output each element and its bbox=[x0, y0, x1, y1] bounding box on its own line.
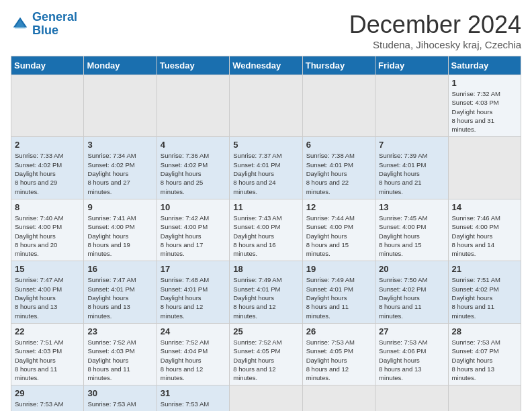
table-row bbox=[302, 385, 375, 411]
col-thursday: Thursday bbox=[302, 56, 375, 75]
day-info: Sunrise: 7:43 AMSunset: 4:00 PMDaylight … bbox=[233, 214, 298, 258]
table-row: 26Sunrise: 7:53 AMSunset: 4:05 PMDayligh… bbox=[302, 323, 375, 385]
month-title: December 2024 bbox=[349, 11, 521, 39]
day-number: 29 bbox=[15, 388, 80, 398]
calendar-row: 22Sunrise: 7:51 AMSunset: 4:03 PMDayligh… bbox=[11, 323, 521, 385]
day-info: Sunrise: 7:46 AMSunset: 4:00 PMDaylight … bbox=[452, 214, 517, 258]
table-row: 28Sunrise: 7:53 AMSunset: 4:07 PMDayligh… bbox=[448, 323, 521, 385]
day-number: 28 bbox=[452, 326, 517, 336]
table-row: 18Sunrise: 7:49 AMSunset: 4:01 PMDayligh… bbox=[230, 261, 302, 323]
day-number: 2 bbox=[15, 140, 80, 150]
col-sunday: Sunday bbox=[11, 56, 84, 75]
day-info: Sunrise: 7:52 AMSunset: 4:05 PMDaylight … bbox=[233, 338, 298, 382]
table-row bbox=[230, 385, 302, 411]
table-row: 25Sunrise: 7:52 AMSunset: 4:05 PMDayligh… bbox=[230, 323, 302, 385]
table-row: 31Sunrise: 7:53 AMSunset: 4:09 PMDayligh… bbox=[157, 385, 229, 411]
day-number: 17 bbox=[161, 264, 226, 274]
day-info: Sunrise: 7:53 AMSunset: 4:06 PMDaylight … bbox=[379, 338, 444, 382]
table-row: 29Sunrise: 7:53 AMSunset: 4:08 PMDayligh… bbox=[11, 385, 84, 411]
day-info: Sunrise: 7:53 AMSunset: 4:07 PMDaylight … bbox=[452, 338, 517, 382]
table-row: 1Sunrise: 7:32 AMSunset: 4:03 PMDaylight… bbox=[448, 75, 521, 137]
day-number: 7 bbox=[379, 140, 444, 150]
day-number: 26 bbox=[306, 326, 371, 336]
day-number: 11 bbox=[233, 202, 298, 212]
table-row: 19Sunrise: 7:49 AMSunset: 4:01 PMDayligh… bbox=[302, 261, 375, 323]
day-number: 10 bbox=[161, 202, 226, 212]
table-row: 3Sunrise: 7:34 AMSunset: 4:02 PMDaylight… bbox=[84, 137, 157, 199]
day-number: 13 bbox=[379, 202, 444, 212]
day-info: Sunrise: 7:32 AMSunset: 4:03 PMDaylight … bbox=[452, 89, 517, 134]
day-info: Sunrise: 7:38 AMSunset: 4:01 PMDaylight … bbox=[306, 151, 371, 195]
calendar-body: 1Sunrise: 7:32 AMSunset: 4:03 PMDaylight… bbox=[11, 75, 521, 412]
day-number: 20 bbox=[379, 264, 444, 274]
table-row bbox=[375, 75, 448, 137]
day-info: Sunrise: 7:42 AMSunset: 4:00 PMDaylight … bbox=[161, 214, 226, 258]
calendar-table: Sunday Monday Tuesday Wednesday Thursday… bbox=[11, 56, 521, 411]
table-row: 17Sunrise: 7:48 AMSunset: 4:01 PMDayligh… bbox=[157, 261, 229, 323]
day-number: 4 bbox=[161, 140, 226, 150]
day-info: Sunrise: 7:51 AMSunset: 4:03 PMDaylight … bbox=[15, 338, 80, 382]
col-monday: Monday bbox=[84, 56, 157, 75]
table-row: 20Sunrise: 7:50 AMSunset: 4:02 PMDayligh… bbox=[375, 261, 448, 323]
table-row bbox=[448, 137, 521, 199]
day-number: 27 bbox=[379, 326, 444, 336]
logo-blue: Blue bbox=[32, 24, 58, 37]
table-row: 10Sunrise: 7:42 AMSunset: 4:00 PMDayligh… bbox=[157, 199, 229, 261]
day-info: Sunrise: 7:33 AMSunset: 4:02 PMDaylight … bbox=[15, 151, 80, 195]
day-number: 14 bbox=[452, 202, 517, 212]
day-info: Sunrise: 7:50 AMSunset: 4:02 PMDaylight … bbox=[379, 275, 444, 320]
header-row: Sunday Monday Tuesday Wednesday Thursday… bbox=[11, 56, 521, 75]
day-info: Sunrise: 7:48 AMSunset: 4:01 PMDaylight … bbox=[161, 275, 226, 320]
table-row: 24Sunrise: 7:52 AMSunset: 4:04 PMDayligh… bbox=[157, 323, 229, 385]
table-row: 2Sunrise: 7:33 AMSunset: 4:02 PMDaylight… bbox=[11, 137, 84, 199]
table-row bbox=[375, 385, 448, 411]
day-number: 5 bbox=[233, 140, 298, 150]
day-number: 22 bbox=[15, 326, 80, 336]
calendar-row: 8Sunrise: 7:40 AMSunset: 4:00 PMDaylight… bbox=[11, 199, 521, 261]
table-row: 9Sunrise: 7:41 AMSunset: 4:00 PMDaylight… bbox=[84, 199, 157, 261]
table-row: 5Sunrise: 7:37 AMSunset: 4:01 PMDaylight… bbox=[230, 137, 302, 199]
table-row: 12Sunrise: 7:44 AMSunset: 4:00 PMDayligh… bbox=[302, 199, 375, 261]
day-info: Sunrise: 7:41 AMSunset: 4:00 PMDaylight … bbox=[87, 214, 152, 258]
day-info: Sunrise: 7:53 AMSunset: 4:08 PMDaylight … bbox=[15, 400, 80, 411]
day-number: 31 bbox=[161, 388, 226, 398]
day-info: Sunrise: 7:47 AMSunset: 4:01 PMDaylight … bbox=[87, 275, 152, 320]
table-row bbox=[302, 75, 375, 137]
table-row bbox=[157, 75, 229, 137]
table-row: 14Sunrise: 7:46 AMSunset: 4:00 PMDayligh… bbox=[448, 199, 521, 261]
day-number: 3 bbox=[87, 140, 152, 150]
logo-general: General bbox=[32, 10, 77, 24]
table-row: 4Sunrise: 7:36 AMSunset: 4:02 PMDaylight… bbox=[157, 137, 229, 199]
day-number: 19 bbox=[306, 264, 371, 274]
table-row: 13Sunrise: 7:45 AMSunset: 4:00 PMDayligh… bbox=[375, 199, 448, 261]
day-info: Sunrise: 7:34 AMSunset: 4:02 PMDaylight … bbox=[87, 151, 152, 195]
day-info: Sunrise: 7:39 AMSunset: 4:01 PMDaylight … bbox=[379, 151, 444, 195]
day-number: 18 bbox=[233, 264, 298, 274]
day-number: 24 bbox=[161, 326, 226, 336]
day-number: 8 bbox=[15, 202, 80, 212]
location-subtitle: Studena, Jihocesky kraj, Czechia bbox=[349, 39, 521, 50]
table-row: 23Sunrise: 7:52 AMSunset: 4:03 PMDayligh… bbox=[84, 323, 157, 385]
calendar-row: 1Sunrise: 7:32 AMSunset: 4:03 PMDaylight… bbox=[11, 75, 521, 137]
calendar-row: 2Sunrise: 7:33 AMSunset: 4:02 PMDaylight… bbox=[11, 137, 521, 199]
col-wednesday: Wednesday bbox=[230, 56, 302, 75]
col-friday: Friday bbox=[375, 56, 448, 75]
day-info: Sunrise: 7:49 AMSunset: 4:01 PMDaylight … bbox=[233, 275, 298, 320]
day-info: Sunrise: 7:47 AMSunset: 4:00 PMDaylight … bbox=[15, 275, 80, 320]
calendar-row: 29Sunrise: 7:53 AMSunset: 4:08 PMDayligh… bbox=[11, 385, 521, 411]
calendar-header: Sunday Monday Tuesday Wednesday Thursday… bbox=[11, 56, 521, 75]
day-info: Sunrise: 7:53 AMSunset: 4:09 PMDaylight … bbox=[161, 400, 226, 411]
page-header: General Blue December 2024 Studena, Jiho… bbox=[11, 11, 521, 50]
day-number: 21 bbox=[452, 264, 517, 274]
table-row: 21Sunrise: 7:51 AMSunset: 4:02 PMDayligh… bbox=[448, 261, 521, 323]
table-row: 7Sunrise: 7:39 AMSunset: 4:01 PMDaylight… bbox=[375, 137, 448, 199]
calendar-row: 15Sunrise: 7:47 AMSunset: 4:00 PMDayligh… bbox=[11, 261, 521, 323]
col-tuesday: Tuesday bbox=[157, 56, 229, 75]
table-row: 22Sunrise: 7:51 AMSunset: 4:03 PMDayligh… bbox=[11, 323, 84, 385]
day-info: Sunrise: 7:49 AMSunset: 4:01 PMDaylight … bbox=[306, 275, 371, 320]
day-number: 1 bbox=[452, 78, 517, 88]
table-row: 16Sunrise: 7:47 AMSunset: 4:01 PMDayligh… bbox=[84, 261, 157, 323]
table-row bbox=[11, 75, 84, 137]
logo-text: General Blue bbox=[32, 11, 77, 38]
table-row: 27Sunrise: 7:53 AMSunset: 4:06 PMDayligh… bbox=[375, 323, 448, 385]
